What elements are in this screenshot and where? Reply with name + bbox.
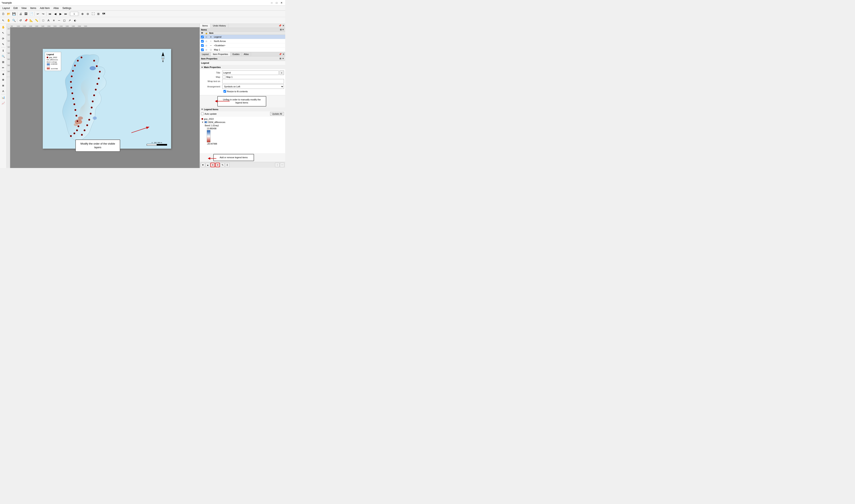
menu-atlas[interactable]: Atlas [52,6,60,10]
add-scale-tool[interactable]: ─ [57,18,61,23]
legend-count-btn[interactable]: Σ [225,163,230,167]
close-button[interactable]: ✕ [280,1,284,5]
zoom-fit-btn[interactable]: ⛶ [91,12,95,16]
resize-checkbox[interactable] [224,90,226,93]
print-btn[interactable]: 🖨 [18,12,23,16]
prop-pin-btn[interactable]: 📌 [279,53,282,56]
profile-tool[interactable]: 📈 [1,101,6,106]
prop-tab-atlas[interactable]: Atlas [242,52,251,56]
minimize-button[interactable]: ─ [270,1,274,5]
item-row-scalebar[interactable]: □ ─ <Scalebar> [200,43,285,48]
menu-edit[interactable]: Edit [12,6,19,10]
snap-tool[interactable]: ⊕ [1,77,6,82]
item-row-map1[interactable]: □ □ Map 1 [200,48,285,52]
prev-page-btn[interactable]: ◀ [53,12,58,16]
menu-add-item[interactable]: Add Item [38,6,51,10]
auto-update-checkbox[interactable] [201,112,204,115]
export-img-btn[interactable]: 🖼 [23,12,28,16]
zoom-100-btn[interactable]: ⊞ [96,12,101,16]
zoom-out-btn[interactable]: ⊖ [85,12,90,16]
new-btn[interactable]: 🗋 [1,12,6,16]
prop-tab-guides[interactable]: Guides [230,52,242,56]
title-expr-btn[interactable]: ε [280,70,284,75]
prop-close-btn[interactable]: ✕ [283,53,284,56]
item-row-north-arrow[interactable]: □ ↑ North Arrow [200,39,285,43]
identify-tool[interactable]: ℹ [1,48,6,53]
save-btn[interactable]: 💾 [12,12,16,16]
legend-tb-right2-btn[interactable]: ⋯ [280,163,284,167]
tab-undo-history[interactable]: Undo History [211,24,229,28]
panel-pin-btn[interactable]: 📌 [279,24,282,27]
label-tool[interactable]: A [1,88,6,94]
edit-map-tool[interactable]: ✎ [1,41,6,47]
select-tool[interactable]: ↖ [1,18,6,23]
wrap-input[interactable] [222,79,284,84]
panel-close-btn[interactable]: ✕ [282,24,284,27]
search-tool[interactable]: 🔍 [1,54,6,59]
measure-area-tool[interactable]: ⊞ [1,59,6,65]
item-props-expand-btn[interactable]: ⊞ [280,57,281,60]
legend-edit-btn[interactable]: ✎ [220,163,225,167]
menu-items[interactable]: Items [29,6,38,10]
refresh-tool[interactable]: ↺ [18,18,23,23]
scalebar-item[interactable]: 0 250 500 m [147,142,167,146]
menu-settings[interactable]: Settings [61,6,73,10]
items-expand-btn[interactable]: ⊞ [280,28,282,31]
legend-move-up-btn[interactable]: ▲ [206,163,210,167]
page-number-input[interactable] [70,12,78,16]
item-check-scalebar[interactable] [201,44,204,47]
legend-tb-right1-btn[interactable]: ⋮ [275,163,280,167]
edit-nodes-tool[interactable]: ⬖ [72,18,77,23]
legend-item-box[interactable]: Legend gcp_2022 EM_differences Band 1 (G… [45,52,61,71]
layer-tool[interactable]: ≣ [1,83,6,88]
item-row-legend[interactable]: □ ≡ Legend [200,35,285,39]
legend-layer-dem[interactable]: ▼ DEM_differences [201,121,284,124]
menu-view[interactable]: View [20,6,28,10]
canvas-content[interactable]: Legend gcp_2022 EM_differences Band 1 (G… [10,27,200,168]
arrangement-select[interactable]: Symbols on Left Symbols on Right [222,84,284,89]
item-check-legend[interactable] [201,36,204,38]
atlas-btn[interactable]: 🗺 [101,12,106,16]
last-page-btn[interactable]: ⏭ [64,12,68,16]
zoom-tool[interactable]: 🔍 [12,18,16,23]
undo-btn[interactable]: ↩ [35,12,40,16]
next-page-btn[interactable]: ▶ [58,12,63,16]
item-check-map1[interactable] [201,49,204,51]
zoom-in-btn[interactable]: ⊕ [80,12,85,16]
measure-tool[interactable]: 📐 [29,18,34,23]
add-shape-tool[interactable]: ◻ [62,18,67,23]
legend-remove-btn[interactable]: ✕ [215,163,220,167]
add-map-tool[interactable]: □ [41,18,46,23]
ruler-tool[interactable]: 📏 [34,18,39,23]
pin-tool[interactable]: 📌 [23,18,28,23]
select-map-tool[interactable]: ↖ [1,30,6,35]
prop-tab-item-properties[interactable]: Item Properties [211,52,230,56]
export-pdf-btn[interactable]: 📄 [29,12,34,16]
open-btn[interactable]: 📂 [6,12,11,16]
legend-items-header[interactable]: ▼ Legend Items [200,107,285,111]
page-canvas[interactable]: Legend gcp_2022 EM_differences Band 1 (G… [43,49,171,149]
add-legend-tool[interactable]: ≡ [51,18,56,23]
update-all-button[interactable]: Update All [270,112,284,116]
add-label-tool[interactable]: A [46,18,51,23]
add-arrow-tool[interactable]: ↗ [67,18,72,23]
pan-tool[interactable]: ✋ [6,18,11,23]
tab-items[interactable]: Items [200,24,211,28]
first-page-btn[interactable]: ⏮ [48,12,52,16]
menu-layout[interactable]: Layout [1,6,12,10]
main-properties-header[interactable]: ▼ Main Properties [200,65,285,69]
item-props-close-btn[interactable]: ✕ [282,57,284,60]
items-close-btn[interactable]: ✕ [282,28,284,31]
legend-layer-gcp[interactable]: gcp_2022 [201,117,284,121]
legend-move-down-btn[interactable]: ▼ [201,163,205,167]
item-check-north-arrow[interactable] [201,40,204,42]
vertex-tool[interactable]: ◈ [1,71,6,76]
north-arrow-item[interactable]: N [159,52,167,63]
pan-map-tool[interactable]: ✋ [1,24,6,30]
legend-add-btn[interactable]: ✦ [211,163,215,167]
canvas-area[interactable]: 80 100 120 140 160 180 200 220 240 260 2… [6,24,200,168]
legend-layer-band[interactable]: Band 1 (Gray) [201,124,284,127]
digitize-tool[interactable]: ✏ [1,65,6,70]
rotate-map-tool[interactable]: ⟳ [1,36,6,41]
redo-btn[interactable]: ↪ [41,12,46,16]
